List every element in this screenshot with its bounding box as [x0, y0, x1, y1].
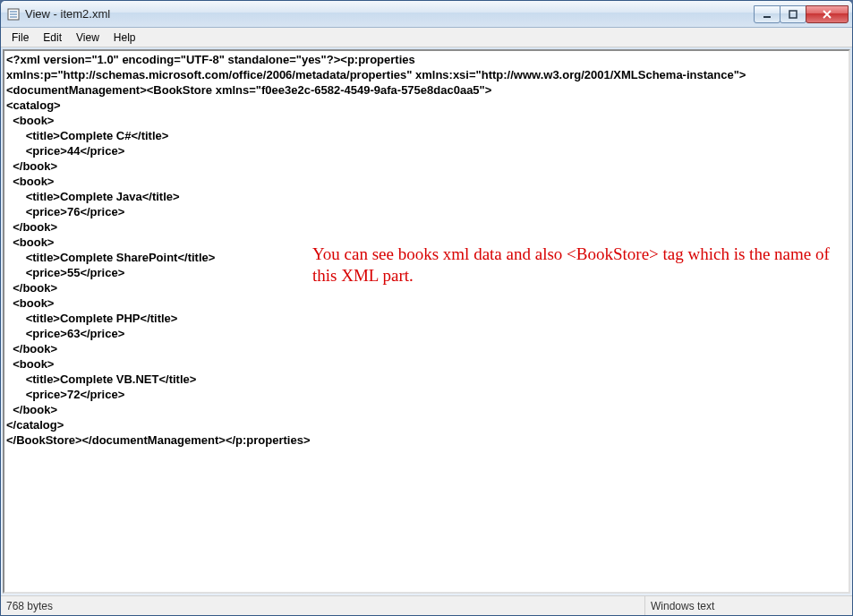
window-title: View - item2.xml [25, 7, 755, 21]
maximize-button[interactable] [780, 5, 806, 23]
menu-view[interactable]: View [69, 30, 107, 46]
status-size: 768 bytes [1, 596, 645, 615]
status-encoding: Windows text [645, 596, 852, 615]
svg-rect-4 [763, 16, 771, 18]
close-button[interactable] [806, 5, 849, 23]
content-area: <?xml version="1.0" encoding="UTF-8" sta… [1, 47, 852, 595]
svg-rect-5 [789, 11, 797, 18]
statusbar: 768 bytes Windows text [1, 595, 852, 615]
window-controls [755, 5, 849, 23]
menu-edit[interactable]: Edit [36, 30, 69, 46]
text-viewer[interactable]: <?xml version="1.0" encoding="UTF-8" sta… [3, 49, 850, 594]
app-window: View - item2.xml File Edit View Help <?x… [0, 0, 853, 616]
menu-help[interactable]: Help [107, 30, 143, 46]
app-icon [6, 7, 21, 21]
menu-file[interactable]: File [4, 30, 36, 46]
menubar: File Edit View Help [1, 28, 852, 47]
annotation-text: You can see books xml data and also <Boo… [312, 244, 832, 287]
titlebar[interactable]: View - item2.xml [1, 1, 852, 28]
minimize-button[interactable] [754, 5, 780, 23]
